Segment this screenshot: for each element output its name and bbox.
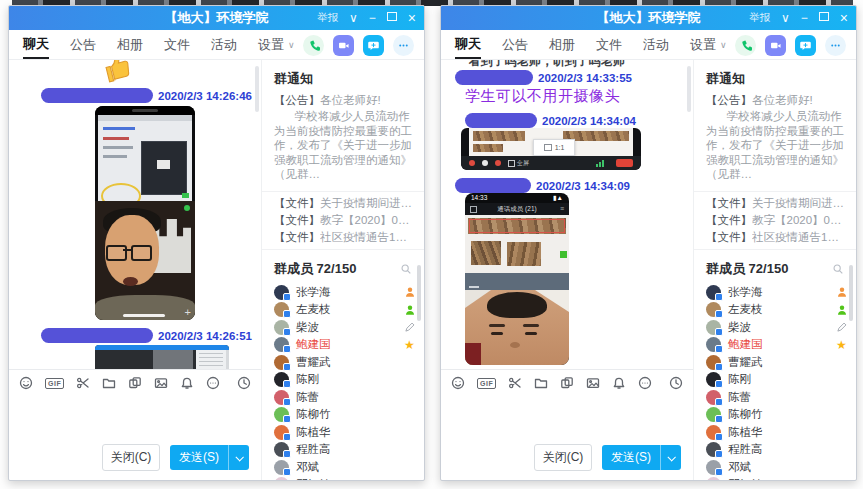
emoji-icon[interactable] (19, 376, 33, 390)
tab-item[interactable]: 聊天 (23, 30, 49, 59)
member-row[interactable]: 陈柳竹 ★ (274, 406, 420, 424)
minimize-button[interactable]: − (801, 6, 808, 30)
member-row[interactable]: 陈蕾 ★ (274, 389, 420, 407)
thumbs-up-sticker[interactable] (100, 60, 137, 86)
collapse-chevron-icon[interactable]: ∨ (781, 6, 790, 30)
more-actions-icon[interactable] (825, 35, 846, 56)
close-chat-button[interactable]: 关闭(C) (534, 444, 592, 471)
member-row[interactable]: 程胜高 ★ (706, 441, 852, 459)
tab-item[interactable]: 相册 (117, 30, 143, 59)
maximize-button[interactable] (819, 6, 829, 30)
close-button[interactable]: × (408, 6, 416, 30)
screen-capture-icon[interactable] (128, 376, 142, 390)
file-folder-icon[interactable] (534, 376, 548, 390)
report-link[interactable]: 举报 (749, 11, 770, 25)
announcement-body[interactable]: 学校将减少人员流动作为当前疫情防控最重要的工作，发布了《关于进一步加强教职工流动… (694, 108, 856, 188)
send-options-chevron-icon[interactable] (228, 445, 249, 470)
tab-item[interactable]: 相册 (549, 30, 575, 59)
send-button[interactable]: 发送(S) (170, 445, 249, 470)
member-row[interactable]: 柴波 ★ (706, 319, 852, 337)
send-button-label[interactable]: 发送(S) (170, 445, 228, 470)
screenshot-scissors-icon[interactable] (508, 376, 522, 390)
tab-item[interactable]: 活动 (211, 30, 237, 59)
group-call-icon[interactable] (363, 35, 384, 56)
close-button[interactable]: × (840, 6, 848, 30)
member-row[interactable]: 鲍建国 ★ (706, 336, 852, 354)
more-actions-icon[interactable] (393, 35, 414, 56)
message-history-clock-icon[interactable] (237, 376, 251, 390)
tab-item[interactable]: 设置 (258, 30, 295, 59)
chat-image-phone-selfie[interactable]: 14:33▮▲ 通话成员 (21)≡ (465, 193, 569, 365)
member-row[interactable]: 左麦枝 ★ (706, 301, 852, 319)
send-options-chevron-icon[interactable] (660, 445, 681, 470)
member-row[interactable]: 陈植华 ★ (274, 424, 420, 442)
tab-item[interactable]: 聊天 (455, 30, 481, 59)
screenshot-scissors-icon[interactable] (76, 376, 90, 390)
voice-call-icon[interactable] (303, 35, 324, 56)
screen-capture-icon[interactable] (560, 376, 574, 390)
close-chat-button[interactable]: 关闭(C) (102, 444, 160, 471)
voice-call-icon[interactable] (735, 35, 756, 56)
minimize-button[interactable]: − (369, 6, 376, 30)
member-row[interactable]: 曹耀武 ★ (706, 354, 852, 372)
report-link[interactable]: 举报 (317, 11, 338, 25)
group-file-row[interactable]: 【文件】社区疫情通告17号（新）.pdf (262, 229, 424, 246)
tab-item[interactable]: 公告 (502, 30, 528, 59)
member-row[interactable]: 曹耀武 ★ (274, 354, 420, 372)
member-row[interactable]: 陈柳竹 ★ (706, 406, 852, 424)
send-button[interactable]: 发送(S) (602, 445, 681, 470)
search-members-icon[interactable] (832, 263, 844, 275)
more-tools-icon[interactable] (638, 376, 652, 390)
send-button-label[interactable]: 发送(S) (602, 445, 660, 470)
announcement-body[interactable]: 学校将减少人员流动作为当前疫情防控最重要的工作，发布了《关于进一步加强教职工流动… (262, 108, 424, 188)
member-row[interactable]: 陈刚 ★ (274, 371, 420, 389)
tab-item[interactable]: 文件 (164, 30, 190, 59)
image-icon[interactable] (586, 376, 600, 390)
announcement-row[interactable]: 【公告】各位老师好! (694, 93, 856, 108)
member-row[interactable]: 柴波 ★ (274, 319, 420, 337)
tab-item[interactable]: 文件 (596, 30, 622, 59)
member-row[interactable]: 张学海 ★ (274, 284, 420, 302)
chat-message-area[interactable]: 2020/2/3 14:26:46 (9, 60, 261, 369)
file-folder-icon[interactable] (102, 376, 116, 390)
member-row[interactable]: 邓娅敏 ★ (706, 476, 852, 481)
gif-icon[interactable]: GIF (477, 378, 496, 389)
member-row[interactable]: 张学海 ★ (706, 284, 852, 302)
image-icon[interactable] (154, 376, 168, 390)
message-history-clock-icon[interactable] (669, 376, 683, 390)
member-row[interactable]: 左麦枝 ★ (274, 301, 420, 319)
chat-image-phone-meeting[interactable]: + (95, 106, 195, 320)
member-row[interactable]: 鲍建国 ★ (274, 336, 420, 354)
group-file-row[interactable]: 【文件】关于疫情期间进一步规范开展… (262, 195, 424, 212)
member-list-scrollbar[interactable] (849, 265, 853, 321)
member-row[interactable]: 陈蕾 ★ (706, 389, 852, 407)
window-titlebar[interactable]: 【地大】环境学院 举报 ∨ − × (441, 6, 856, 30)
chat-image-wide-screenshot[interactable] (95, 345, 229, 369)
tab-item[interactable]: 设置 (690, 30, 727, 59)
member-list-scrollbar[interactable] (417, 265, 421, 321)
chat-message-area[interactable]: 看到了吗老师，听到了吗老师 2020/2/3 14:33:55 学生可以不用开摄… (441, 60, 693, 369)
video-call-icon[interactable] (333, 35, 354, 56)
group-file-row[interactable]: 【文件】教字【2020】09号 中国地质… (262, 212, 424, 229)
tab-item[interactable]: 活动 (643, 30, 669, 59)
member-row[interactable]: 陈刚 ★ (706, 371, 852, 389)
group-file-row[interactable]: 【文件】关于疫情期间进一步规范开展… (694, 195, 856, 212)
chat-image-meeting-landscape[interactable]: 1:1 全屏 (461, 128, 641, 170)
nudge-bell-icon[interactable] (612, 376, 626, 390)
member-row[interactable]: 邓斌 ★ (274, 459, 420, 477)
chat-scrollbar[interactable] (687, 66, 691, 112)
group-file-row[interactable]: 【文件】社区疫情通告17号（新）.pdf (694, 229, 856, 246)
nudge-bell-icon[interactable] (180, 376, 194, 390)
window-titlebar[interactable]: 【地大】环境学院 举报 ∨ − × (9, 6, 424, 30)
emoji-icon[interactable] (451, 376, 465, 390)
video-call-icon[interactable] (765, 35, 786, 56)
member-row[interactable]: 邓斌 ★ (706, 459, 852, 477)
member-row[interactable]: 程胜高 ★ (274, 441, 420, 459)
tab-item[interactable]: 公告 (70, 30, 96, 59)
group-call-icon[interactable] (795, 35, 816, 56)
chat-scrollbar[interactable] (255, 66, 259, 112)
collapse-chevron-icon[interactable]: ∨ (349, 6, 358, 30)
group-file-row[interactable]: 【文件】教字【2020】09号 中国地质… (694, 212, 856, 229)
maximize-button[interactable] (387, 6, 397, 30)
member-row[interactable]: 邓娅敏 ★ (274, 476, 420, 481)
